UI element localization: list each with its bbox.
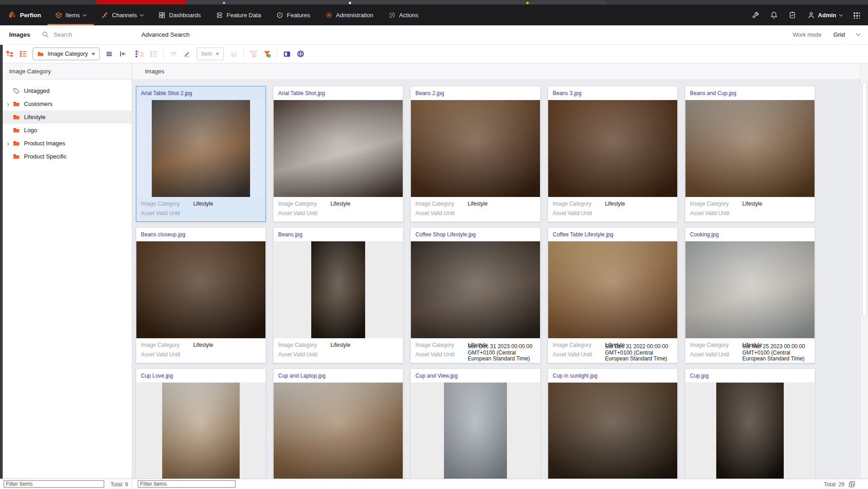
expand-chevron-icon[interactable]: ›	[5, 140, 12, 147]
image-card-metadata: Image Category Lifestyle Asset Valid Unt…	[136, 338, 265, 363]
sidebar-tree-item[interactable]: Logo	[0, 124, 132, 137]
image-card[interactable]: Cup and View.jpg Image Category Asset Va…	[410, 369, 540, 479]
image-card[interactable]: Cup.jpg Image Category Asset Valid Until	[685, 369, 815, 479]
image-card-title[interactable]: Coffee Shop Lifestyle.jpg	[411, 228, 540, 241]
image-card[interactable]: Cup Love.jpg Image Category Asset Valid …	[136, 369, 266, 479]
sidebar-title: Image Category	[0, 63, 132, 80]
image-card-title[interactable]: Beans.jpg	[274, 228, 403, 241]
image-card-title[interactable]: Cooking.jpg	[685, 228, 815, 241]
grid-filter-input[interactable]	[138, 480, 236, 488]
tree-item-label: Logo	[24, 127, 37, 134]
grid-size-icon[interactable]	[849, 481, 855, 488]
tree-view-icon[interactable]	[5, 50, 13, 58]
image-thumbnail[interactable]	[411, 100, 540, 197]
meta-value-category: Lifestyle	[330, 201, 350, 207]
image-thumbnail[interactable]	[444, 383, 507, 479]
image-thumbnail[interactable]	[685, 100, 815, 197]
image-card[interactable]: Beans and Cup.jpg Image Category Lifesty…	[685, 86, 815, 222]
nav-item-administration[interactable]: Administration	[318, 5, 381, 25]
menu-lines-icon[interactable]	[106, 50, 113, 58]
image-thumbnail[interactable]	[152, 100, 250, 197]
feature-data-icon	[216, 12, 223, 19]
collapse-panel-icon[interactable]	[119, 50, 127, 58]
notifications-bell-icon[interactable]	[770, 11, 778, 19]
tree-item-label: Product Specific	[24, 153, 67, 160]
panel-layout-icon[interactable]	[283, 50, 291, 58]
category-dropdown[interactable]: Image Category	[33, 48, 100, 60]
image-card-title[interactable]: Cup and View.jpg	[411, 369, 540, 383]
image-card[interactable]: Beans 3.jpg Image Category Lifestyle Ass…	[548, 86, 678, 222]
image-card[interactable]: Cup in sunlight.jpg Image Category Asset…	[548, 369, 678, 479]
globe-icon[interactable]	[297, 50, 304, 58]
sidebar-tree-item[interactable]: › Product Images	[0, 137, 132, 150]
advanced-search-link[interactable]: Advanced Search	[141, 31, 190, 38]
image-card[interactable]: Beans closeup.jpg Image Category Lifesty…	[136, 227, 266, 363]
image-card[interactable]: Coffee Table Lifestyle.jpg Image Categor…	[548, 227, 678, 363]
nav-item-actions[interactable]: Actions	[381, 5, 426, 25]
image-thumbnail[interactable]	[162, 383, 240, 479]
image-card-title[interactable]: Coffee Table Lifestyle.jpg	[548, 228, 677, 241]
image-thumbnail[interactable]	[274, 383, 403, 479]
nav-item-features[interactable]: Features	[269, 5, 318, 25]
image-thumbnail[interactable]	[274, 100, 403, 197]
expand-chevron-icon[interactable]: ›	[5, 101, 12, 107]
item-dropdown[interactable]: Item	[197, 48, 224, 60]
work-mode-selector[interactable]: Work mode Grid	[793, 31, 860, 38]
sidebar-tree-item[interactable]: Lifestyle	[0, 110, 132, 124]
tree-item-label: Lifestyle	[24, 114, 46, 120]
apps-grid-icon[interactable]	[853, 12, 860, 19]
image-thumbnail[interactable]	[716, 383, 783, 479]
image-card[interactable]: Coffee Shop Lifestyle.jpg Image Category…	[410, 227, 540, 363]
image-card[interactable]: Cooking.jpg Image Category Lifestyle Ass…	[685, 227, 815, 363]
list-view-secondary-icon[interactable]	[149, 50, 157, 58]
image-card-title[interactable]: Arial Table Shot 2.jpg	[136, 86, 265, 100]
image-thumbnail[interactable]	[548, 241, 677, 338]
image-card[interactable]: Beans.jpg Image Category Lifestyle Asset…	[273, 227, 403, 363]
rows-icon[interactable]	[169, 50, 177, 58]
nav-item-dashboards[interactable]: Dashboards	[151, 5, 208, 25]
list-view-icon[interactable]	[19, 50, 27, 58]
filter-clear-icon[interactable]	[250, 50, 257, 58]
image-thumbnail[interactable]	[548, 100, 677, 197]
scrollbar-thumb[interactable]	[862, 82, 867, 317]
sidebar-tree-item[interactable]: › Customers	[0, 97, 132, 110]
image-thumbnail[interactable]	[311, 241, 366, 338]
meta-label-category: Image Category	[278, 201, 317, 207]
search-input[interactable]	[53, 31, 121, 38]
image-card-title[interactable]: Beans 2.jpg	[411, 86, 540, 100]
save-icon[interactable]	[230, 50, 237, 58]
sidebar-filter-input[interactable]	[4, 480, 104, 488]
image-thumbnail[interactable]	[136, 241, 265, 338]
tools-wrench-icon[interactable]	[752, 11, 759, 19]
nav-item-items[interactable]: Items	[48, 5, 94, 25]
tree-view-secondary-icon[interactable]	[136, 50, 144, 58]
user-menu[interactable]: Admin	[807, 11, 842, 19]
search-box[interactable]	[42, 31, 121, 38]
edit-pencil-icon[interactable]	[183, 50, 191, 58]
image-thumbnail[interactable]	[548, 383, 677, 479]
clipboard-icon[interactable]	[789, 11, 796, 19]
sidebar-tree-item[interactable]: Untagged	[0, 84, 132, 97]
image-thumbnail[interactable]	[411, 241, 540, 338]
perfion-brand[interactable]: Perfion	[0, 11, 41, 19]
image-card-title[interactable]: Beans and Cup.jpg	[685, 86, 815, 100]
chevron-down-icon	[839, 12, 843, 16]
image-card-title[interactable]: Cup Love.jpg	[136, 369, 265, 383]
image-card[interactable]: Arial Table Shot.jpg Image Category Life…	[273, 86, 403, 222]
image-card[interactable]: Arial Table Shot 2.jpg Image Category Li…	[136, 86, 266, 222]
image-card-title[interactable]: Beans closeup.jpg	[136, 228, 265, 241]
image-card-title[interactable]: Beans 3.jpg	[548, 86, 677, 100]
image-card-title[interactable]: Cup in sunlight.jpg	[548, 369, 677, 383]
image-card-title[interactable]: Cup.jpg	[685, 369, 815, 383]
image-card[interactable]: Cup and Laptop.jpg Image Category Asset …	[273, 369, 403, 479]
image-thumbnail[interactable]	[685, 241, 815, 338]
vertical-scrollbar[interactable]	[860, 63, 868, 479]
user-icon	[807, 11, 815, 19]
image-card-title[interactable]: Cup and Laptop.jpg	[274, 369, 403, 383]
sidebar-tree-item[interactable]: Product Specific	[0, 150, 132, 163]
image-card[interactable]: Beans 2.jpg Image Category Lifestyle Ass…	[410, 86, 540, 222]
filter-applied-icon[interactable]	[263, 50, 271, 58]
nav-item-channels[interactable]: Channels	[94, 5, 151, 25]
nav-item-feature-data[interactable]: Feature Data	[208, 5, 269, 25]
image-card-title[interactable]: Arial Table Shot.jpg	[274, 86, 403, 100]
